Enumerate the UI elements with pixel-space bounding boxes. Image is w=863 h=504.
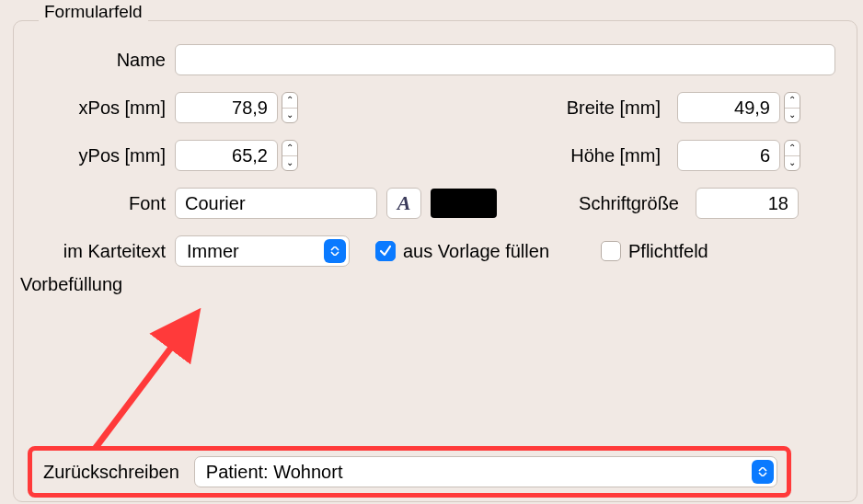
font-color-swatch[interactable]	[431, 189, 497, 218]
select-chevrons-icon	[324, 239, 346, 263]
name-input[interactable]	[175, 44, 835, 75]
chevron-up-icon[interactable]: ⌃	[282, 141, 297, 156]
schriftgroesse-input[interactable]	[696, 188, 799, 219]
name-label: Name	[28, 50, 166, 71]
xpos-label: xPos [mm]	[28, 97, 166, 119]
xpos-input[interactable]	[175, 92, 278, 123]
ausvorlage-label: aus Vorlage füllen	[403, 241, 549, 262]
imkarteitext-label: im Karteitext	[13, 241, 166, 262]
imkarteitext-select[interactable]: Immer	[175, 235, 350, 267]
xpos-stepper[interactable]: ⌃ ⌄	[282, 92, 298, 123]
vorbefuellung-label: Vorbefüllung	[20, 274, 166, 295]
zurueckschreiben-value: Patient: Wohnort	[206, 462, 343, 483]
check-icon	[379, 245, 392, 258]
breite-input[interactable]	[677, 92, 780, 123]
zurueckschreiben-select[interactable]: Patient: Wohnort	[194, 456, 777, 487]
chevron-up-icon[interactable]: ⌃	[282, 93, 297, 109]
formularfeld-legend: Formularfeld	[39, 2, 148, 22]
schriftgroesse-label: Schriftgröße	[513, 193, 679, 214]
hoehe-stepper[interactable]: ⌃ ⌄	[784, 140, 800, 171]
pflichtfeld-label: Pflichtfeld	[628, 241, 708, 262]
chevron-down-icon[interactable]: ⌄	[282, 109, 297, 123]
ypos-stepper[interactable]: ⌃ ⌄	[282, 140, 298, 171]
breite-label: Breite [mm]	[523, 97, 661, 119]
select-chevrons-icon	[752, 460, 774, 484]
chevron-down-icon[interactable]: ⌄	[282, 156, 297, 171]
pflichtfeld-checkbox[interactable]	[601, 241, 621, 261]
zurueckschreiben-label: Zurückschreiben	[43, 462, 179, 483]
chevron-up-icon[interactable]: ⌃	[785, 93, 800, 109]
chevron-down-icon[interactable]: ⌄	[785, 109, 800, 123]
chevron-down-icon[interactable]: ⌄	[785, 156, 800, 171]
imkarteitext-value: Immer	[187, 241, 239, 262]
font-icon: A	[397, 191, 411, 215]
ypos-label: yPos [mm]	[28, 145, 166, 166]
zurueckschreiben-highlight: Zurückschreiben Patient: Wohnort	[28, 446, 791, 498]
ypos-input[interactable]	[175, 140, 278, 171]
font-input[interactable]	[175, 188, 377, 219]
font-label: Font	[28, 193, 166, 214]
ausvorlage-checkbox[interactable]	[375, 241, 396, 261]
font-picker-button[interactable]: A	[386, 188, 421, 219]
breite-stepper[interactable]: ⌃ ⌄	[784, 92, 800, 123]
chevron-up-icon[interactable]: ⌃	[785, 141, 800, 156]
hoehe-input[interactable]	[677, 140, 780, 171]
hoehe-label: Höhe [mm]	[523, 145, 661, 166]
